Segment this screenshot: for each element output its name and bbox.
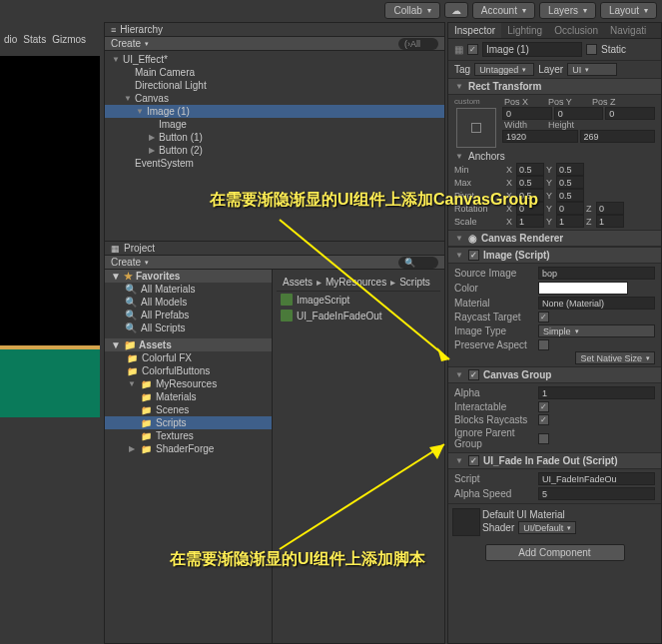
pivot-x[interactable]: 0.5 xyxy=(516,189,544,202)
inspector-panel: Inspector Lighting Occlusion Navigati ▦ … xyxy=(447,22,662,644)
anchor-preset-button[interactable] xyxy=(456,108,496,148)
layout-dropdown[interactable]: Layout xyxy=(600,2,657,19)
tab-inspector[interactable]: Inspector xyxy=(448,23,501,38)
folder-item[interactable]: 📁Textures xyxy=(105,429,272,442)
preserve-checkbox[interactable] xyxy=(538,339,549,350)
rect-transform-header[interactable]: ▼Rect Transform xyxy=(448,78,661,95)
tab-navigation[interactable]: Navigati xyxy=(604,23,652,38)
favorite-item[interactable]: 🔍All Models xyxy=(105,296,272,309)
material-field[interactable]: None (Material) xyxy=(538,297,655,310)
tab-lighting[interactable]: Lighting xyxy=(501,23,548,38)
project-create-button[interactable]: Create xyxy=(111,257,141,268)
asset-item[interactable]: UI_FadeInFadeOut xyxy=(277,308,440,323)
favorite-item[interactable]: 🔍All Prefabs xyxy=(105,309,272,322)
hierarchy-item[interactable]: ▶Button (2) xyxy=(105,144,444,157)
blocks-checkbox[interactable] xyxy=(538,414,549,425)
scene-toolbar: dioStatsGizmos xyxy=(0,34,100,48)
cloud-icon[interactable]: ☁ xyxy=(444,2,468,18)
interactable-checkbox[interactable] xyxy=(538,401,549,412)
gameobject-name-input[interactable] xyxy=(482,42,582,57)
image-component-header[interactable]: ▼Image (Script) xyxy=(448,247,661,264)
shader-dropdown[interactable]: UI/Default xyxy=(518,521,576,534)
favorite-item[interactable]: 🔍All Materials xyxy=(105,283,272,296)
rot-x[interactable]: 0 xyxy=(516,202,544,215)
posx-input[interactable]: 0 xyxy=(502,107,552,120)
color-field[interactable] xyxy=(538,282,628,295)
hierarchy-item[interactable]: Main Camera xyxy=(105,66,444,79)
hierarchy-item[interactable]: EventSystem xyxy=(105,157,444,170)
project-search[interactable]: 🔍 xyxy=(398,257,438,269)
rot-y[interactable]: 0 xyxy=(556,202,584,215)
anchor-miny[interactable]: 0.5 xyxy=(556,163,584,176)
breadcrumb[interactable]: Assets▸MyResources▸Scripts xyxy=(277,274,440,292)
pivot-y[interactable]: 0.5 xyxy=(556,189,584,202)
project-tab[interactable]: ▦Project xyxy=(105,242,444,256)
hierarchy-tab[interactable]: ≡Hierarchy xyxy=(105,23,444,37)
script-field[interactable]: UI_FadeInFadeOu xyxy=(538,472,655,485)
account-dropdown[interactable]: Account xyxy=(472,2,535,19)
favorites-header[interactable]: ▼★Favorites xyxy=(105,270,272,283)
asset-item[interactable]: ImageScript xyxy=(277,292,440,308)
raycast-checkbox[interactable] xyxy=(538,312,549,322)
canvas-group-header[interactable]: ▼Canvas Group xyxy=(448,366,661,383)
fade-script-header[interactable]: ▼UI_Fade In Fade Out (Script) xyxy=(448,452,661,469)
hierarchy-item[interactable]: ▶Button (1) xyxy=(105,131,444,144)
folder-item[interactable]: 📁Scripts xyxy=(105,416,272,429)
hierarchy-item[interactable]: ▼Image (1) xyxy=(105,105,444,118)
scale-z[interactable]: 1 xyxy=(596,215,624,228)
anchor-maxy[interactable]: 0.5 xyxy=(556,176,584,189)
folder-item[interactable]: 📁Colorful FX xyxy=(105,351,272,364)
hierarchy-item[interactable]: Image xyxy=(105,118,444,131)
folder-item[interactable]: 📁Materials xyxy=(105,390,272,403)
height-input[interactable]: 269 xyxy=(580,130,656,143)
hierarchy-item[interactable]: ▼UI_Effect* xyxy=(105,53,444,66)
favorite-item[interactable]: 🔍All Scripts xyxy=(105,322,272,334)
add-component-button[interactable]: Add Component xyxy=(485,544,625,561)
project-icon: ▦ xyxy=(111,244,120,254)
scale-x[interactable]: 1 xyxy=(516,215,544,228)
alpha-input[interactable]: 1 xyxy=(538,386,655,399)
imagetype-dropdown[interactable]: Simple xyxy=(538,324,655,337)
folder-item[interactable]: ▶ 📁ShaderForge xyxy=(105,442,272,455)
scene-ground xyxy=(0,349,100,417)
material-preview xyxy=(452,508,480,536)
hierarchy-item[interactable]: Directional Light xyxy=(105,79,444,92)
project-panel: ▦Project Create▾ 🔍 ▼★Favorites 🔍All Mate… xyxy=(104,241,445,644)
hierarchy-search[interactable]: (›All xyxy=(398,38,438,50)
folder-item[interactable]: 📁ColorfulButtons xyxy=(105,364,272,377)
alpha-speed-input[interactable]: 5 xyxy=(538,487,655,500)
source-image-field[interactable]: bop xyxy=(538,267,655,280)
anchor-minx[interactable]: 0.5 xyxy=(516,163,544,176)
set-native-button[interactable]: Set Native Size xyxy=(575,351,655,364)
static-checkbox[interactable] xyxy=(586,44,597,55)
active-checkbox[interactable] xyxy=(467,44,478,55)
ignore-checkbox[interactable] xyxy=(538,433,549,444)
tab-occlusion[interactable]: Occlusion xyxy=(548,23,604,38)
canvas-renderer-header[interactable]: ▼◉Canvas Renderer xyxy=(448,230,661,247)
folder-item[interactable]: 📁Scenes xyxy=(105,403,272,416)
layer-dropdown[interactable]: UI xyxy=(567,63,617,76)
tag-dropdown[interactable]: Untagged xyxy=(474,63,534,76)
create-button[interactable]: Create xyxy=(111,38,141,49)
rot-z[interactable]: 0 xyxy=(596,202,624,215)
width-input[interactable]: 1920 xyxy=(502,130,578,143)
cube-icon: ▦ xyxy=(454,44,463,55)
folder-item[interactable]: ▼ 📁MyResources xyxy=(105,377,272,390)
posy-input[interactable]: 0 xyxy=(554,107,604,120)
anchor-maxx[interactable]: 0.5 xyxy=(516,176,544,189)
scene-divider xyxy=(0,345,100,349)
layers-dropdown[interactable]: Layers xyxy=(539,2,596,19)
assets-header[interactable]: ▼📁Assets xyxy=(105,338,272,351)
hierarchy-icon: ≡ xyxy=(111,25,116,35)
scale-y[interactable]: 1 xyxy=(556,215,584,228)
posz-input[interactable]: 0 xyxy=(605,107,655,120)
hierarchy-panel: ≡Hierarchy Create▾ (›All ▼UI_Effect*Main… xyxy=(104,22,445,242)
collab-button[interactable]: Collab xyxy=(384,2,439,19)
hierarchy-item[interactable]: ▼Canvas xyxy=(105,92,444,105)
